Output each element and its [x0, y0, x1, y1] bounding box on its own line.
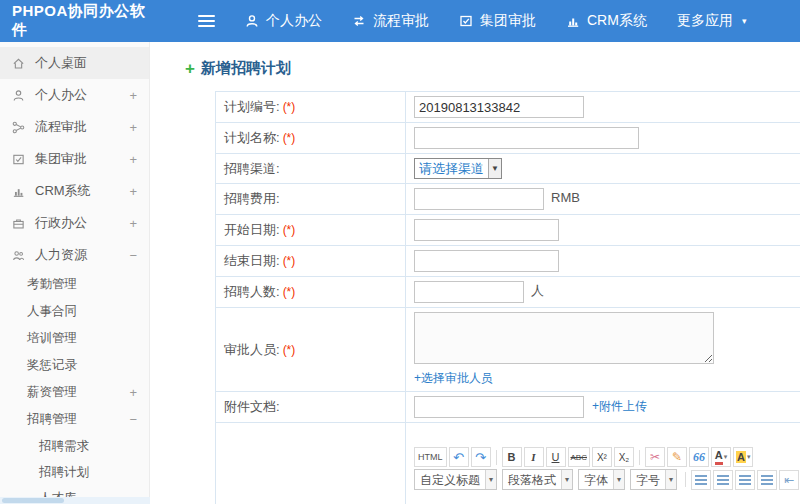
sidebar-item-training-mgmt[interactable]: 培训管理 — [0, 325, 149, 352]
strikethrough-button[interactable]: ABC — [568, 447, 590, 467]
bold-button[interactable]: B — [502, 447, 522, 467]
fee-input[interactable] — [414, 188, 544, 210]
required-mark: (*) — [283, 254, 296, 268]
sidebar: 个人桌面 个人办公 + 流程审批 + 集团审批 + CRM系统 + 行政办公 +… — [0, 42, 150, 504]
format-brush-icon[interactable]: ✎ — [667, 447, 687, 467]
sidebar-item-human-resources[interactable]: 人力资源 − — [0, 239, 149, 271]
required-mark: (*) — [283, 100, 296, 114]
font-size-dropdown[interactable]: 字号 ▾ — [630, 469, 677, 490]
choose-approvers-link[interactable]: +选择审批人员 — [414, 370, 800, 387]
toolbar-separator — [685, 472, 686, 487]
form-row-fee: 招聘费用: RMB — [216, 184, 800, 215]
toolbar-separator — [639, 450, 640, 465]
caret-down-icon: ▾ — [613, 470, 624, 489]
check-square-icon — [12, 153, 27, 166]
field-label: 审批人员: — [224, 342, 280, 357]
plan-number-input[interactable] — [414, 96, 584, 118]
sidebar-item-crm-system[interactable]: CRM系统 + — [0, 175, 149, 207]
flow-arrows-icon — [352, 14, 366, 28]
align-justify-icon[interactable] — [757, 470, 777, 490]
nav-group-approval[interactable]: 集团审批 — [459, 12, 536, 30]
sidebar-item-group-approval[interactable]: 集团审批 + — [0, 143, 149, 175]
field-label: 计划编号: — [224, 99, 280, 114]
paragraph-format-dropdown[interactable]: 段落格式 ▾ — [502, 469, 573, 490]
sidebar-item-recruit-demand[interactable]: 招聘需求 — [0, 433, 149, 459]
share-flow-icon — [12, 121, 27, 134]
attachment-upload-link[interactable]: +附件上传 — [592, 399, 647, 413]
align-left-icon[interactable] — [691, 470, 711, 490]
approvers-textarea[interactable] — [414, 312, 714, 364]
sidebar-item-personal-desktop[interactable]: 个人桌面 — [0, 47, 149, 79]
form-row-headcount: 招聘人数:(*) 人 — [216, 277, 800, 308]
sidebar-item-admin-office[interactable]: 行政办公 + — [0, 207, 149, 239]
nav-process-approval[interactable]: 流程审批 — [352, 12, 429, 30]
highlight-color-button[interactable]: A▾ — [733, 447, 753, 467]
headcount-input[interactable] — [414, 281, 524, 303]
plan-name-input[interactable] — [414, 127, 639, 149]
custom-title-dropdown[interactable]: 自定义标题 ▾ — [414, 469, 497, 490]
top-header: PHPOA协同办公软件 个人办公 流程审批 集团审批 CRM系统 更多应用 ▾ — [0, 0, 800, 42]
field-label: 招聘渠道: — [224, 161, 280, 176]
hamburger-menu-icon[interactable] — [198, 15, 215, 27]
edit-check-icon — [459, 14, 473, 28]
html-source-button[interactable]: HTML — [414, 447, 447, 467]
page-title: 新增招聘计划 — [201, 59, 291, 78]
sidebar-item-reward-records[interactable]: 奖惩记录 — [0, 352, 149, 379]
font-family-dropdown[interactable]: 字体 ▾ — [578, 469, 625, 490]
field-label: 开始日期: — [224, 222, 280, 237]
expand-icon: + — [129, 120, 137, 135]
top-nav: 个人办公 流程审批 集团审批 CRM系统 更多应用 ▾ — [245, 12, 746, 30]
sidebar-item-recruit-plan[interactable]: 招聘计划 — [0, 459, 149, 485]
sidebar-item-hr-contract[interactable]: 人事合同 — [0, 298, 149, 325]
app-brand: PHPOA协同办公软件 — [0, 2, 152, 40]
expand-icon: + — [129, 385, 137, 400]
start-date-input[interactable] — [414, 219, 559, 241]
nav-personal-office[interactable]: 个人办公 — [245, 12, 322, 30]
outdent-icon[interactable]: ⇤ — [779, 470, 799, 490]
italic-button[interactable]: I — [524, 447, 544, 467]
caret-down-icon: ▾ — [561, 470, 572, 489]
blockquote-button[interactable]: 66 — [689, 447, 709, 467]
sidebar-item-personal-office[interactable]: 个人办公 + — [0, 79, 149, 111]
sidebar-item-attendance-mgmt[interactable]: 考勤管理 — [0, 271, 149, 298]
required-mark: (*) — [283, 343, 296, 357]
redo-icon[interactable]: ↷ — [471, 447, 491, 467]
form-row-channel: 招聘渠道: 请选择渠道 ▼ — [216, 154, 800, 184]
channel-select[interactable]: 请选择渠道 ▼ — [414, 158, 502, 179]
user-icon — [12, 89, 27, 102]
nav-crm-system[interactable]: CRM系统 — [566, 12, 647, 30]
align-center-icon[interactable] — [713, 470, 733, 490]
caret-down-icon: ▾ — [485, 470, 496, 489]
font-color-button[interactable]: A▾ — [711, 447, 731, 467]
sidebar-item-recruit-mgmt[interactable]: 招聘管理 − — [0, 406, 149, 433]
caret-down-icon: ▾ — [724, 453, 728, 461]
superscript-button[interactable]: X² — [592, 447, 612, 467]
collapse-icon: − — [129, 412, 137, 427]
end-date-input[interactable] — [414, 250, 559, 272]
collapse-icon: − — [129, 248, 137, 263]
recruit-plan-form: 计划编号:(*) 计划名称:(*) 招聘渠道: 请选择渠道 ▼ — [215, 91, 800, 504]
required-mark: (*) — [283, 285, 296, 299]
sidebar-item-salary-mgmt[interactable]: 薪资管理 + — [0, 379, 149, 406]
caret-down-icon: ▾ — [742, 16, 747, 26]
align-right-icon[interactable] — [735, 470, 755, 490]
form-row-end-date: 结束日期:(*) — [216, 246, 800, 277]
form-row-editor: HTML ↶ ↷ B I U ABC X² X₂ ✂ ✎ 66 A▾ A▾ — [216, 423, 800, 504]
page-title-row: + 新增招聘计划 — [185, 59, 800, 78]
sidebar-item-process-approval[interactable]: 流程审批 + — [0, 111, 149, 143]
expand-icon: + — [129, 88, 137, 103]
nav-more-apps[interactable]: 更多应用 ▾ — [677, 12, 747, 30]
select-caret-icon: ▼ — [488, 159, 501, 178]
sidebar-horizontal-scrollbar[interactable] — [0, 497, 150, 504]
subscript-button[interactable]: X₂ — [614, 447, 634, 467]
add-plus-icon: + — [185, 60, 195, 77]
fee-unit-label: RMB — [551, 190, 580, 205]
underline-button[interactable]: U — [546, 447, 566, 467]
undo-icon[interactable]: ↶ — [449, 447, 469, 467]
briefcase-icon — [12, 217, 27, 230]
cut-icon[interactable]: ✂ — [645, 447, 665, 467]
attachment-input[interactable] — [414, 396, 584, 418]
bar-chart-icon — [566, 14, 580, 28]
field-label: 计划名称: — [224, 130, 280, 145]
caret-down-icon: ▾ — [747, 453, 751, 461]
